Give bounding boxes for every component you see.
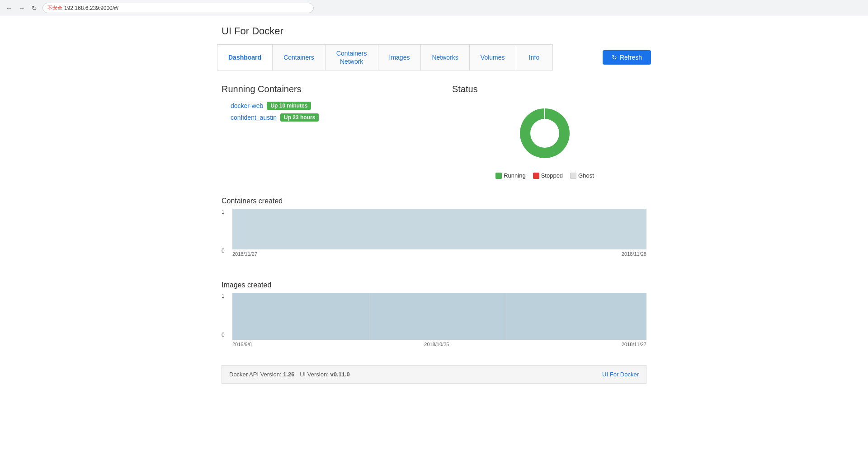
x-label-end: 2018/11/27: [622, 342, 646, 347]
ui-label: UI Version:: [300, 371, 329, 378]
tab-networks[interactable]: Networks: [421, 45, 469, 70]
y-label-max: 1: [222, 209, 231, 215]
status-badge: Up 10 minutes: [267, 102, 311, 110]
list-item: docker-web Up 10 minutes: [231, 102, 425, 110]
running-containers-title: Running Containers: [222, 84, 425, 94]
x-label-end: 2018/11/28: [622, 251, 646, 257]
tab-containers-network[interactable]: ContainersNetwork: [326, 45, 378, 70]
url-bar[interactable]: 不安全 192.168.6.239:9000/#/: [42, 3, 314, 13]
nav-row: Dashboard Containers ContainersNetwork I…: [217, 44, 651, 70]
legend-item-stopped: Stopped: [533, 172, 563, 179]
footer: Docker API Version: 1.26 UI Version: v0.…: [222, 365, 646, 384]
x-label-start: 2016/9/8: [232, 342, 252, 347]
legend: Running Stopped Ghost: [495, 172, 594, 179]
tab-images[interactable]: Images: [378, 45, 421, 70]
status-section: Status Running: [443, 84, 646, 179]
content-area: Running Containers docker-web Up 10 minu…: [217, 84, 651, 179]
container-link-docker-web[interactable]: docker-web: [231, 102, 263, 109]
legend-label-stopped: Stopped: [541, 172, 563, 179]
nav-tabs: Dashboard Containers ContainersNetwork I…: [217, 44, 553, 70]
refresh-icon: ↻: [612, 54, 617, 61]
tab-volumes[interactable]: Volumes: [470, 45, 516, 70]
tab-info[interactable]: Info: [516, 45, 552, 70]
legend-label-ghost: Ghost: [578, 172, 594, 179]
ui-version: v0.11.0: [330, 371, 349, 378]
app-container: UI For Docker Dashboard Containers Conta…: [217, 16, 651, 393]
legend-color-running: [495, 173, 502, 179]
x-label-start: 2018/11/27: [232, 251, 257, 257]
containers-chart-y-labels: 1 0: [222, 209, 231, 254]
images-chart-body: 2016/9/8 2018/10/25 2018/11/27: [232, 293, 646, 347]
x-label-mid: 2018/10/25: [424, 342, 449, 347]
y-label-max: 1: [222, 293, 231, 299]
containers-bar-area: [232, 209, 646, 249]
reload-button[interactable]: ↻: [30, 4, 39, 13]
images-chart-block: Images created 1 0 2016/9/8: [222, 281, 646, 347]
list-item: confident_austin Up 23 hours: [231, 113, 425, 122]
api-label: Docker API Version:: [229, 371, 282, 378]
images-chart-y-labels: 1 0: [222, 293, 231, 338]
running-containers-section: Running Containers docker-web Up 10 minu…: [222, 84, 425, 179]
y-label-min: 0: [222, 332, 231, 338]
tab-dashboard[interactable]: Dashboard: [217, 45, 273, 70]
charts-section: Containers created 1 0 2018/11/27 2018/1…: [217, 197, 651, 347]
refresh-label: Refresh: [620, 54, 642, 61]
container-list: docker-web Up 10 minutes confident_austi…: [222, 102, 425, 122]
donut-chart: [513, 102, 576, 165]
insecure-indicator: 不安全: [47, 5, 62, 11]
legend-color-stopped: [533, 173, 539, 179]
images-bar-area: [232, 293, 646, 340]
legend-color-ghost: [570, 173, 576, 179]
y-label-min: 0: [222, 248, 231, 254]
containers-chart-block: Containers created 1 0 2018/11/27 2018/1…: [222, 197, 646, 263]
status-title: Status: [443, 84, 478, 94]
footer-link[interactable]: UI For Docker: [602, 371, 639, 378]
refresh-button[interactable]: ↻ Refresh: [603, 50, 651, 65]
images-chart-area: 1 0 2016/9/8 2018/10/25 2018/11/27: [222, 293, 646, 347]
images-chart-x-labels: 2016/9/8 2018/10/25 2018/11/27: [232, 340, 646, 347]
status-badge: Up 23 hours: [280, 113, 319, 122]
containers-chart-title: Containers created: [222, 197, 646, 205]
back-button[interactable]: ←: [5, 4, 14, 13]
svg-point-2: [530, 119, 559, 148]
donut-container: Running Stopped Ghost: [495, 102, 594, 179]
legend-label-running: Running: [504, 172, 525, 179]
url-text: 192.168.6.239:9000/#/: [64, 5, 118, 11]
legend-item-running: Running: [495, 172, 525, 179]
tab-containers[interactable]: Containers: [273, 45, 326, 70]
footer-version-info: Docker API Version: 1.26 UI Version: v0.…: [229, 371, 350, 378]
api-version: 1.26: [283, 371, 294, 378]
app-title: UI For Docker: [217, 25, 651, 37]
containers-chart-x-labels: 2018/11/27 2018/11/28: [232, 249, 646, 257]
containers-chart-body: 2018/11/27 2018/11/28: [232, 209, 646, 263]
containers-chart-area: 1 0 2018/11/27 2018/11/28: [222, 209, 646, 263]
container-link-confident-austin[interactable]: confident_austin: [231, 114, 277, 121]
legend-item-ghost: Ghost: [570, 172, 594, 179]
browser-chrome: ← → ↻ 不安全 192.168.6.239:9000/#/: [0, 0, 868, 16]
images-chart-title: Images created: [222, 281, 646, 289]
forward-button[interactable]: →: [17, 4, 26, 13]
